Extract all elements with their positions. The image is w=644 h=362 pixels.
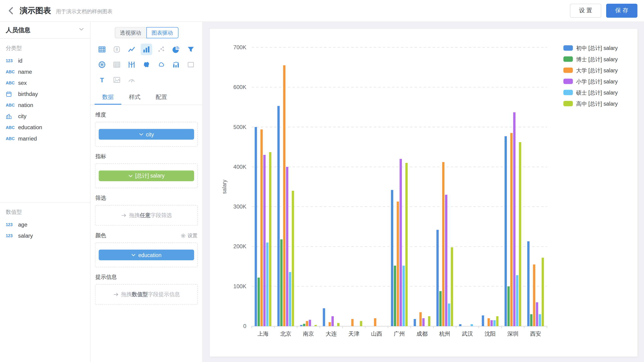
bar[interactable] — [510, 133, 513, 326]
bar[interactable] — [536, 302, 538, 326]
legend-item[interactable]: 大学 [总计] salary — [564, 68, 618, 74]
bar[interactable] — [286, 167, 288, 326]
field-item-nation[interactable]: ABCnation — [0, 100, 90, 111]
filter-dropzone[interactable]: 拖拽任意字段筛选 — [95, 205, 198, 226]
funnel-chart-icon[interactable] — [185, 44, 197, 55]
bar[interactable] — [269, 152, 272, 326]
back-button[interactable] — [4, 4, 18, 18]
bar[interactable] — [351, 319, 354, 326]
bar[interactable] — [504, 136, 507, 326]
bar[interactable] — [400, 159, 402, 326]
field-item-married[interactable]: ABCmarried — [0, 133, 90, 144]
bar[interactable] — [516, 275, 518, 326]
line-chart-icon[interactable] — [126, 44, 137, 55]
bar[interactable] — [323, 308, 325, 326]
wordcloud-chart-icon[interactable] — [155, 59, 167, 71]
bar[interactable] — [283, 65, 286, 326]
pivot-table-icon[interactable] — [111, 59, 122, 71]
bar[interactable] — [488, 318, 490, 326]
bar[interactable] — [329, 322, 331, 326]
save-button[interactable]: 保 存 — [606, 4, 637, 18]
bar[interactable] — [289, 272, 291, 326]
bar[interactable] — [530, 314, 532, 326]
bar[interactable] — [337, 323, 340, 326]
text-icon[interactable]: T — [96, 74, 108, 86]
bar[interactable] — [422, 318, 425, 326]
bar[interactable] — [533, 264, 535, 326]
bar[interactable] — [471, 324, 473, 326]
tooltip-dropzone[interactable]: 拖拽数值型字段提示信息 — [95, 284, 198, 305]
bar[interactable] — [300, 325, 302, 326]
bar[interactable] — [451, 247, 453, 326]
bar[interactable] — [402, 266, 405, 326]
bar[interactable] — [260, 129, 263, 326]
bar[interactable] — [428, 316, 430, 326]
bar[interactable] — [513, 112, 516, 326]
color-settings-button[interactable]: 设置 — [180, 232, 197, 239]
bar[interactable] — [507, 286, 510, 326]
mode-tab-chart[interactable]: 图表驱动 — [146, 27, 178, 38]
color-pill[interactable]: education — [99, 250, 194, 260]
bar[interactable] — [482, 315, 484, 326]
dimension-pill[interactable]: city — [99, 129, 194, 140]
bar[interactable] — [254, 127, 257, 326]
scatter-chart-icon[interactable] — [155, 44, 167, 55]
pie-chart-icon[interactable] — [170, 44, 182, 55]
field-item-name[interactable]: ABCname — [0, 66, 90, 77]
number-card-icon[interactable]: 8 — [111, 44, 122, 55]
dimension-dropzone[interactable]: city — [95, 122, 198, 146]
bar[interactable] — [309, 320, 311, 326]
field-item-sex[interactable]: ABCsex — [0, 77, 90, 89]
field-item-id[interactable]: 123id — [0, 55, 90, 66]
bar[interactable] — [490, 320, 493, 326]
bar[interactable] — [258, 278, 260, 326]
bar[interactable] — [280, 239, 282, 326]
bar[interactable] — [539, 314, 541, 326]
gauge-chart-icon[interactable] — [126, 74, 137, 86]
color-dropzone[interactable]: education — [95, 243, 198, 267]
bar[interactable] — [439, 291, 442, 326]
metric-pill[interactable]: [总计] salary — [99, 170, 194, 181]
legend-item[interactable]: 高中 [总计] salary — [564, 101, 618, 107]
frame-icon[interactable] — [185, 59, 197, 71]
bar[interactable] — [394, 266, 396, 326]
bar[interactable] — [542, 258, 544, 326]
map-chart-icon[interactable] — [140, 59, 152, 71]
bar-chart-icon[interactable] — [140, 44, 152, 55]
field-item-city[interactable]: city — [0, 111, 90, 122]
bar[interactable] — [493, 320, 496, 326]
field-item-birthday[interactable]: birthday — [0, 89, 90, 100]
legend-item[interactable]: 小学 [总计] salary — [564, 79, 618, 85]
legend-item[interactable]: 初中 [总计] salary — [564, 45, 618, 51]
dataset-selector[interactable]: 人员信息 — [0, 22, 90, 39]
bar[interactable] — [420, 312, 422, 326]
settings-button[interactable]: 设 置 — [570, 4, 601, 18]
table-icon[interactable] — [96, 44, 108, 55]
field-item-salary[interactable]: 123salary — [0, 230, 90, 241]
tab-data[interactable]: 数据 — [95, 91, 122, 105]
bar[interactable] — [527, 241, 530, 326]
bar[interactable] — [314, 325, 317, 326]
mode-tab-pivot[interactable]: 透视驱动 — [114, 27, 146, 38]
bar[interactable] — [360, 321, 362, 326]
bar[interactable] — [332, 316, 334, 326]
bar[interactable] — [445, 195, 447, 326]
image-icon[interactable] — [111, 74, 122, 86]
bar[interactable] — [266, 243, 268, 326]
bar[interactable] — [405, 163, 408, 326]
bar[interactable] — [292, 191, 294, 326]
bar[interactable] — [459, 324, 462, 326]
bar[interactable] — [278, 106, 280, 326]
bar[interactable] — [303, 324, 306, 326]
metric-dropzone[interactable]: [总计] salary — [95, 163, 198, 188]
bar[interactable] — [414, 319, 416, 326]
bar[interactable] — [263, 155, 266, 326]
legend-item[interactable]: 硕士 [总计] salary — [564, 90, 618, 96]
field-item-education[interactable]: ABCeducation — [0, 122, 90, 133]
tab-config[interactable]: 配置 — [148, 91, 175, 105]
multi-axis-chart-icon[interactable] — [170, 59, 182, 71]
bar[interactable] — [496, 316, 498, 326]
bar[interactable] — [374, 318, 376, 326]
bar[interactable] — [306, 321, 308, 326]
radar-chart-icon[interactable] — [96, 59, 108, 71]
